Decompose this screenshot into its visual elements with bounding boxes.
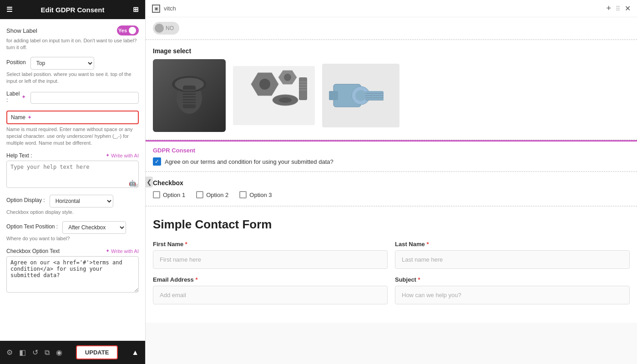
help-text-textarea[interactable] xyxy=(6,161,139,188)
position-select[interactable]: Top Left Right xyxy=(30,57,94,70)
option-text-position-row: Option Text Position : After Checkbox Be… xyxy=(6,221,139,242)
last-name-label: Last Name * xyxy=(395,241,630,248)
show-label-help: for adding label on input turn it on. Do… xyxy=(6,37,139,51)
history-icon[interactable]: ↺ xyxy=(32,348,38,357)
gdpr-text: Agree on our terms and condition for usi… xyxy=(165,158,334,165)
settings-icon[interactable]: ⚙ xyxy=(6,348,13,357)
email-field: Email Address * xyxy=(153,276,388,304)
name-field-row: Name ✦ agree Name is must required. Ente… xyxy=(6,111,139,147)
fitting-image xyxy=(322,64,399,127)
svg-rect-3 xyxy=(183,86,196,108)
checkbox-section: Checkbox Option 1 Option 2 Option 3 xyxy=(146,172,637,206)
toggle-knob xyxy=(129,27,136,34)
label-field-label: Label : ✦ xyxy=(6,91,26,103)
hamburger-icon[interactable]: ☰ xyxy=(6,5,12,14)
show-label-label: Show Label xyxy=(6,27,37,34)
left-panel: ☰ Edit GDPR Consent ⊞ Show Label Yes for… xyxy=(0,0,146,364)
subject-label: Subject * xyxy=(395,276,630,283)
bolt-image xyxy=(153,59,226,132)
checkbox-option-3: Option 3 xyxy=(239,191,272,198)
contact-form-title: Simple Contact Form xyxy=(153,217,630,232)
show-label-toggle[interactable]: Yes xyxy=(117,25,139,35)
subject-input[interactable] xyxy=(395,286,630,304)
gdpr-row: ✓ Agree on our terms and condition for u… xyxy=(153,157,630,166)
ai-corner-icon: 🤖 xyxy=(129,180,136,187)
option-display-label: Option Display : xyxy=(6,197,45,203)
option-text-position-help: Where do you want to label? xyxy=(6,235,139,242)
sparkle-icon-2: ✦ xyxy=(106,248,110,254)
top-bar-label: vitch xyxy=(164,5,176,12)
checkbox-ai-link[interactable]: ✦ Write with AI xyxy=(106,248,139,254)
checkbox-options-row: Option 1 Option 2 Option 3 xyxy=(153,191,630,198)
panel-body: Show Label Yes for adding label on input… xyxy=(0,19,145,341)
position-row: Position Top Left Right Select label pos… xyxy=(6,57,139,85)
contact-form-section: Simple Contact Form First Name * Last Na… xyxy=(146,207,637,323)
nuts-image xyxy=(233,66,315,125)
eye-icon[interactable]: ◉ xyxy=(56,348,62,357)
checkbox-option-text-textarea[interactable]: Agree on our <a href='#'>terms and condi… xyxy=(6,256,139,293)
help-text-textarea-wrap: 🤖 xyxy=(6,161,139,189)
option-display-help: Checkbox option display style. xyxy=(6,209,139,216)
image-select-section: Image select xyxy=(146,40,637,140)
panel-footer: ⚙ ◧ ↺ ⧉ ◉ UPDATE ▲ xyxy=(0,341,145,364)
layers-icon[interactable]: ◧ xyxy=(19,348,26,357)
checkbox-option-text-label-row: Checkbox Option Text ✦ Write with AI xyxy=(6,248,139,254)
cb-label-1: Option 1 xyxy=(163,192,185,198)
last-name-field: Last Name * xyxy=(395,241,630,269)
bolt-svg xyxy=(167,73,212,118)
checkbox-option-2: Option 2 xyxy=(196,191,228,198)
panel-header: ☰ Edit GDPR Consent ⊞ xyxy=(0,0,145,19)
name-sparkle-icon: ✦ xyxy=(27,114,32,121)
first-name-input[interactable] xyxy=(153,250,388,269)
cb-box-2[interactable] xyxy=(196,191,203,198)
update-button[interactable]: UPDATE xyxy=(76,345,118,359)
chevron-up-icon[interactable]: ▲ xyxy=(131,349,139,357)
option-text-position-select[interactable]: After Checkbox Before Checkbox xyxy=(62,221,126,234)
grid-icon[interactable]: ⊞ xyxy=(133,5,139,14)
first-name-field: First Name * xyxy=(153,241,388,269)
gdpr-title: GDPR Consent xyxy=(153,147,630,154)
subject-required: * xyxy=(418,276,420,283)
switch-no-label: NO xyxy=(166,25,174,31)
gdpr-checkbox[interactable]: ✓ xyxy=(153,157,161,166)
image-select-title: Image select xyxy=(153,47,630,55)
first-name-required: * xyxy=(185,241,187,248)
footer-icons: ⚙ ◧ ↺ ⧉ ◉ xyxy=(6,348,62,357)
image-item-nuts[interactable] xyxy=(233,66,315,125)
top-bar-left: ▣ vitch xyxy=(152,5,176,13)
form-row-1: First Name * Last Name * xyxy=(153,241,630,269)
name-field-box: Name ✦ agree xyxy=(6,111,139,124)
cb-label-3: Option 3 xyxy=(249,192,272,198)
collapse-arrow-button[interactable]: ❮ xyxy=(146,177,153,187)
option-display-select[interactable]: Horizontal Vertical xyxy=(50,195,113,207)
image-select-row xyxy=(153,59,630,132)
image-item-fitting[interactable] xyxy=(322,64,399,127)
email-input[interactable] xyxy=(153,286,388,304)
cb-box-3[interactable] xyxy=(239,191,247,198)
gdpr-consent-section: GDPR Consent ✓ Agree on our terms and co… xyxy=(146,140,637,172)
top-bar-plus-button[interactable]: + xyxy=(606,4,611,13)
checkbox-option-1: Option 1 xyxy=(153,191,185,198)
label-sparkle-icon: ✦ xyxy=(21,94,26,100)
cb-box-1[interactable] xyxy=(153,191,160,198)
top-bar: ▣ vitch + ⠿ ✕ xyxy=(146,0,637,17)
show-label-row: Show Label Yes for adding label on input… xyxy=(6,25,139,51)
option-display-row: Option Display : Horizontal Vertical Che… xyxy=(6,195,139,216)
image-item-bolt[interactable] xyxy=(153,59,226,132)
close-icon[interactable]: ✕ xyxy=(625,4,631,13)
last-name-input[interactable] xyxy=(395,250,630,269)
switch-no-toggle[interactable]: NO xyxy=(153,22,179,35)
top-bar-square-icon: ▣ xyxy=(152,5,160,13)
sparkle-icon: ✦ xyxy=(106,152,110,158)
name-field-input[interactable]: agree xyxy=(35,114,134,121)
name-field-label: Name ✦ xyxy=(11,114,32,121)
subject-field: Subject * xyxy=(395,276,630,304)
drag-handle-icon[interactable]: ⠿ xyxy=(616,5,620,12)
right-panel: ▣ vitch + ⠿ ✕ NO Image select xyxy=(146,0,637,364)
label-field-input[interactable]: GDPR Consent xyxy=(30,92,139,104)
help-text-ai-link[interactable]: ✦ Write with AI xyxy=(106,152,139,158)
copy-icon[interactable]: ⧉ xyxy=(45,349,50,357)
email-label: Email Address * xyxy=(153,276,388,283)
first-name-label: First Name * xyxy=(153,241,388,248)
name-help: Name is must required. Enter name withou… xyxy=(6,126,139,147)
